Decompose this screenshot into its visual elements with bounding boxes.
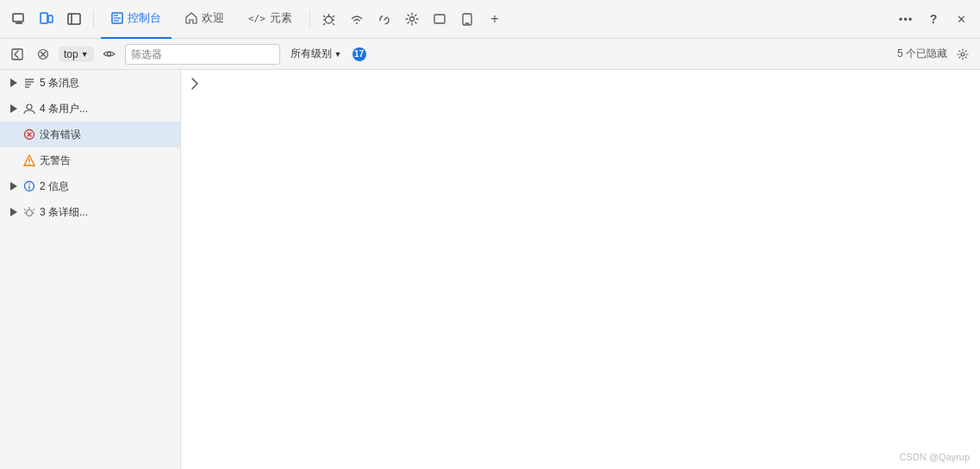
svg-point-11 (326, 16, 333, 23)
info-icon (22, 179, 36, 193)
warnings-icon (22, 153, 36, 167)
tree-item-users[interactable]: 4 条用户... (0, 96, 180, 122)
more-button[interactable]: ••• (894, 7, 918, 31)
tab-elements[interactable]: </> 元素 (238, 0, 303, 39)
count-badge: 17 (353, 47, 366, 61)
svg-point-29 (108, 53, 111, 56)
device-mode-button[interactable] (34, 7, 59, 31)
expand-debug[interactable] (7, 206, 19, 218)
debug-icon (22, 205, 36, 219)
expand-arrow[interactable] (188, 77, 202, 91)
expand-messages[interactable] (7, 77, 19, 89)
svg-point-44 (27, 210, 33, 216)
bug-button[interactable] (317, 7, 341, 31)
expand-users[interactable] (7, 103, 19, 115)
level-dropdown-icon: ▼ (334, 50, 342, 59)
svg-line-14 (333, 16, 334, 17)
users-icon (22, 102, 36, 116)
svg-rect-3 (41, 13, 47, 23)
wifi-button[interactable] (345, 7, 369, 31)
help-button[interactable]: ? (921, 7, 946, 31)
tree-item-warnings[interactable]: 无警告 (0, 147, 180, 173)
svg-rect-5 (68, 14, 80, 24)
more-icon: ••• (899, 13, 914, 26)
svg-rect-0 (13, 14, 23, 22)
errors-label: 没有错误 (40, 128, 173, 142)
close-button[interactable]: ✕ (949, 7, 973, 31)
main-area: 5 条消息 4 条用户... (0, 70, 980, 469)
svg-rect-22 (434, 15, 445, 23)
tree-item-debug[interactable]: 3 条详细... (0, 199, 180, 225)
settings-button[interactable] (400, 7, 424, 31)
top-toolbar: 控制台 欢迎 </> 元素 (0, 0, 980, 39)
context-label: top (64, 48, 78, 60)
filter-input[interactable] (125, 44, 280, 65)
level-label: 所有级别 (290, 47, 332, 61)
back-button[interactable] (7, 44, 28, 65)
context-selector[interactable]: top ▼ (59, 47, 94, 62)
filter-bar: top ▼ 所有级别 ▼ 17 5 个已隐藏 (0, 39, 980, 70)
tab-welcome[interactable]: 欢迎 (175, 0, 234, 39)
level-selector[interactable]: 所有级别 ▼ (285, 45, 347, 63)
device-button[interactable] (455, 7, 479, 31)
divider-1 (93, 10, 94, 28)
svg-rect-25 (12, 49, 22, 59)
svg-point-30 (961, 53, 964, 56)
hidden-count[interactable]: 5 个已隐藏 (897, 47, 947, 61)
expand-info[interactable] (7, 180, 19, 192)
plus-icon: + (490, 11, 498, 27)
expand-errors (7, 128, 19, 141)
context-dropdown-icon: ▼ (81, 50, 89, 59)
expand-warnings (7, 154, 19, 166)
message-count: 17 (353, 47, 366, 61)
toolbar-right: ••• ? ✕ (894, 7, 973, 31)
svg-point-40 (28, 163, 30, 165)
tab-elements-label: 元素 (270, 10, 292, 26)
help-icon: ? (930, 12, 938, 26)
svg-line-47 (34, 209, 35, 210)
svg-line-17 (323, 23, 325, 25)
warnings-label: 无警告 (40, 153, 173, 168)
users-label: 4 条用户... (40, 102, 173, 116)
clear-button[interactable] (33, 44, 53, 65)
svg-line-46 (24, 209, 26, 210)
close-icon: ✕ (957, 13, 966, 26)
tree-item-info[interactable]: 2 信息 (0, 173, 180, 199)
svg-point-35 (27, 104, 32, 109)
watermark: CSDN @Qayrup (900, 452, 970, 462)
console-settings-button[interactable] (952, 44, 973, 65)
svg-point-21 (409, 17, 414, 22)
sidebar-toggle-button[interactable] (62, 7, 86, 31)
right-panel: CSDN @Qayrup (181, 70, 980, 469)
svg-line-18 (333, 23, 334, 25)
tab-console[interactable]: 控制台 (101, 0, 172, 39)
debug-label: 3 条详细... (40, 205, 173, 220)
svg-line-20 (384, 17, 387, 20)
divider-2 (309, 10, 310, 28)
messages-label: 5 条消息 (40, 76, 173, 91)
errors-icon (22, 128, 36, 141)
info-label: 2 信息 (40, 179, 173, 194)
add-tab-button[interactable]: + (483, 7, 507, 31)
eye-button[interactable] (99, 44, 120, 65)
layers-button[interactable] (428, 7, 452, 31)
svg-rect-4 (48, 16, 53, 22)
tab-console-label: 控制台 (128, 10, 161, 26)
performance-button[interactable] (372, 7, 396, 31)
tree-item-errors[interactable]: 没有错误 (0, 122, 180, 147)
left-panel: 5 条消息 4 条用户... (0, 70, 181, 469)
tab-welcome-label: 欢迎 (202, 10, 224, 26)
screen-cast-button[interactable] (7, 7, 31, 31)
svg-line-13 (323, 16, 325, 17)
tree-item-messages[interactable]: 5 条消息 (0, 70, 180, 96)
messages-icon (22, 76, 36, 90)
svg-point-42 (28, 184, 30, 185)
